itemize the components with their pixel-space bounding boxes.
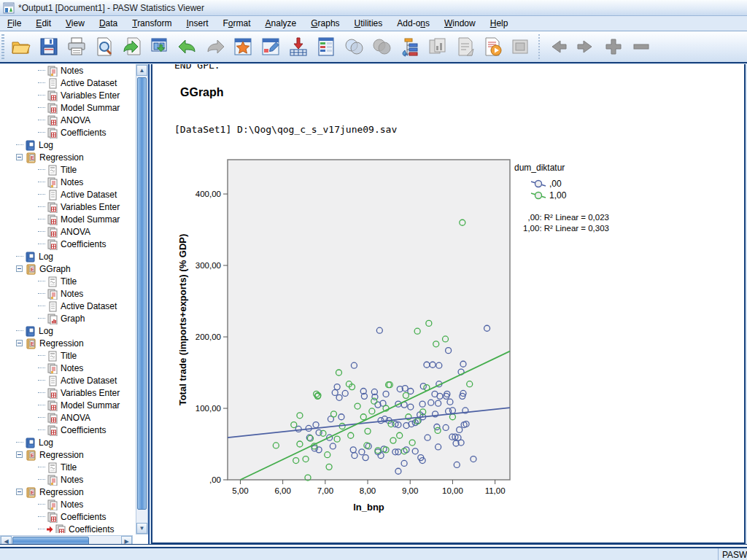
outline-item-title[interactable]: Title — [0, 461, 134, 473]
collapse-box[interactable] — [16, 265, 23, 272]
copy-chart-button[interactable] — [423, 33, 451, 61]
outline-item-active-dataset[interactable]: Active Dataset — [0, 77, 134, 89]
show-tree-button[interactable] — [395, 33, 423, 61]
new-text-button[interactable] — [451, 33, 479, 61]
outline-item-label: Coefficients — [61, 239, 106, 249]
collapse-box[interactable] — [16, 154, 23, 160]
undo-button[interactable] — [174, 33, 201, 61]
outline-item-notes[interactable]: Notes — [0, 287, 134, 300]
promote-button[interactable] — [544, 33, 572, 61]
outline-item-anova[interactable]: ANOVA — [0, 411, 134, 424]
scroll-up-button[interactable]: ▲ — [136, 65, 147, 76]
outline-item-notes[interactable]: Notes — [0, 176, 134, 188]
outline-item-title[interactable]: Title — [0, 163, 134, 176]
collapse-box[interactable] — [16, 489, 23, 495]
outline-item-log[interactable]: Log — [0, 324, 134, 337]
variables-button[interactable] — [312, 33, 340, 61]
select-cases-button[interactable] — [340, 33, 368, 61]
menu-edit[interactable]: Edit — [28, 17, 58, 30]
legend-title: dum_diktatur — [514, 163, 646, 173]
print-preview-button[interactable] — [90, 33, 118, 61]
dialog-recall-button[interactable] — [118, 33, 146, 61]
outline-item-label: Regression — [39, 487, 84, 497]
menu-file[interactable]: File — [0, 17, 28, 30]
menu-help[interactable]: Help — [483, 17, 516, 30]
x-tick-label: 8,00 — [360, 486, 376, 495]
goto-case-button[interactable] — [229, 33, 257, 61]
outline-item-graph[interactable]: Graph — [0, 312, 134, 324]
menu-view[interactable]: View — [58, 17, 92, 30]
outline-item-regression[interactable]: ERegression — [0, 486, 134, 498]
outline-item-log[interactable]: Log — [0, 250, 134, 262]
outline-item-label: Regression — [39, 152, 84, 163]
proc-icon: E — [25, 449, 37, 461]
redo-button[interactable] — [201, 33, 229, 61]
outline-item-notes[interactable]: Notes — [0, 362, 134, 374]
outline-item-regression[interactable]: ERegression — [0, 151, 134, 163]
menu-transform[interactable]: Transform — [125, 17, 179, 30]
outline-item-label: Regression — [39, 338, 84, 349]
menu-addons[interactable]: Add-ons — [390, 17, 437, 30]
menu-utilities[interactable]: Utilities — [347, 17, 390, 30]
outline-item-variables-enter[interactable]: Variables Enter — [0, 386, 134, 399]
outline-vertical-scrollbar[interactable]: ▲ ▼ — [136, 64, 148, 534]
split-file-button[interactable] — [368, 33, 395, 61]
outline-item-active-dataset[interactable]: Active Dataset — [0, 188, 134, 201]
output-heading[interactable]: GGraph — [180, 86, 224, 99]
vertical-scroll-thumb[interactable] — [137, 77, 147, 510]
outline-item-ggraph[interactable]: EGGraph — [0, 262, 134, 275]
outline-item-active-dataset[interactable]: Active Dataset — [0, 300, 134, 312]
menu-analyze[interactable]: Analyze — [258, 17, 304, 30]
outline-item-anova[interactable]: ANOVA — [0, 114, 134, 126]
demote-icon — [575, 36, 597, 58]
outline-item-regression[interactable]: ERegression — [0, 448, 134, 461]
outline-item-model-summar[interactable]: Model Summar — [0, 213, 134, 225]
demote-button[interactable] — [572, 33, 600, 61]
outline-item-coefficients[interactable]: Coefficients — [0, 523, 134, 533]
outline-item-model-summar[interactable]: Model Summar — [0, 399, 134, 411]
scroll-down-button[interactable]: ▼ — [136, 523, 147, 534]
menu-graphs[interactable]: Graphs — [303, 17, 347, 30]
outline-item-coefficients[interactable]: Coefficients — [0, 126, 134, 139]
outline-item-notes[interactable]: Notes — [0, 64, 134, 77]
y-tick-label: 300,00 — [196, 261, 221, 270]
goto-variable-button[interactable] — [257, 33, 285, 61]
outline-item-anova[interactable]: ANOVA — [0, 225, 134, 238]
graph-icon — [46, 313, 58, 324]
outline-item-coefficients[interactable]: Coefficients — [0, 510, 134, 523]
outline-item-notes[interactable]: Notes — [0, 498, 134, 510]
collapse-box[interactable] — [16, 451, 23, 458]
collapse-box[interactable] — [16, 340, 23, 346]
menu-format[interactable]: Format — [216, 17, 258, 30]
open-button[interactable] — [7, 33, 35, 61]
print-button[interactable] — [63, 33, 90, 61]
outline-item-regression[interactable]: ERegression — [0, 337, 134, 349]
tree-connector — [38, 82, 45, 83]
dataset-path-line[interactable]: [DataSet1] D:\Qog\qog_c_s_v17june09.sav — [174, 124, 397, 135]
output-content-pane[interactable]: END GPL. GGraph [DataSet1] D:\Qog\qog_c_… — [151, 64, 746, 544]
menu-insert[interactable]: Insert — [179, 17, 215, 30]
run-report-button[interactable] — [479, 33, 506, 61]
collapse-button[interactable] — [627, 33, 655, 61]
outline-item-variables-enter[interactable]: Variables Enter — [0, 201, 134, 213]
outline-item-active-dataset[interactable]: Active Dataset — [0, 374, 134, 386]
outline-item-variables-enter[interactable]: Variables Enter — [0, 89, 134, 101]
outline-item-model-summar[interactable]: Model Summar — [0, 101, 134, 114]
frame-button[interactable] — [506, 33, 534, 61]
designate-window-button[interactable] — [146, 33, 174, 61]
insert-cases-button[interactable] — [285, 33, 312, 61]
outline-item-title[interactable]: Title — [0, 349, 134, 362]
outline-item-coefficients[interactable]: Coefficients — [0, 238, 134, 250]
outline-item-log[interactable]: Log — [0, 139, 134, 151]
outline-item-notes[interactable]: Notes — [0, 473, 134, 486]
menu-window[interactable]: Window — [437, 17, 483, 30]
expand-button[interactable] — [600, 33, 627, 61]
select-cases-icon — [343, 36, 365, 58]
table-icon — [46, 511, 58, 523]
outline-item-coefficients[interactable]: Coefficients — [0, 424, 134, 436]
menu-data[interactable]: Data — [92, 17, 125, 30]
outline-item-title[interactable]: Title — [0, 275, 134, 287]
syntax-log-line: END GPL. — [174, 64, 220, 71]
outline-item-log[interactable]: Log — [0, 436, 134, 448]
save-button[interactable] — [35, 33, 63, 61]
